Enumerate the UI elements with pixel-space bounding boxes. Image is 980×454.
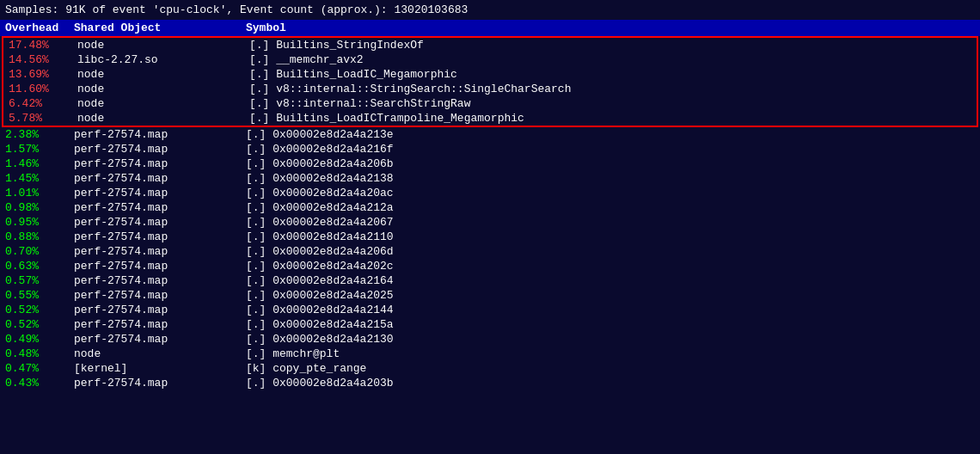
symbol-cell: [.] 0x00002e8d2a4a2130: [246, 333, 975, 346]
table-row[interactable]: 5.78% node [.] Builtins_LoadICTrampoline…: [3, 111, 977, 126]
symbol-cell: [.] 0x00002e8d2a4a203b: [246, 377, 975, 390]
overhead-cell: 0.49%: [5, 333, 74, 346]
table-row[interactable]: 0.98% perf-27574.map [.] 0x00002e8d2a4a2…: [0, 200, 980, 215]
symbol-cell: [.] 0x00002e8d2a4a212a: [246, 201, 975, 214]
shared-cell: perf-27574.map: [74, 172, 246, 185]
col-header-symbol: Symbol: [246, 21, 975, 34]
symbol-cell: [k] copy_pte_range: [246, 362, 975, 375]
symbol-cell: [.] __memchr_avx2: [249, 53, 971, 66]
shared-cell: perf-27574.map: [74, 289, 246, 302]
table-row[interactable]: 0.70% perf-27574.map [.] 0x00002e8d2a4a2…: [0, 244, 980, 259]
overhead-cell: 0.43%: [5, 377, 74, 390]
overhead-cell: 0.52%: [5, 304, 74, 316]
symbol-cell: [.] 0x00002e8d2a4a2144: [246, 304, 975, 316]
shared-cell: perf-27574.map: [74, 143, 246, 156]
shared-cell: node: [74, 347, 246, 360]
table-row[interactable]: 1.01% perf-27574.map [.] 0x00002e8d2a4a2…: [0, 186, 980, 200]
overhead-cell: 1.57%: [5, 143, 74, 156]
shared-cell: node: [77, 39, 249, 52]
symbol-cell: [.] 0x00002e8d2a4a206b: [246, 157, 975, 170]
shared-cell: perf-27574.map: [74, 230, 246, 243]
table-row[interactable]: 14.56% libc-2.27.so [.] __memchr_avx2: [3, 52, 977, 67]
table-row[interactable]: 0.63% perf-27574.map [.] 0x00002e8d2a4a2…: [0, 259, 980, 273]
table-row[interactable]: 0.48% node [.] memchr@plt: [0, 347, 980, 361]
table-row[interactable]: 0.52% perf-27574.map [.] 0x00002e8d2a4a2…: [0, 303, 980, 317]
symbol-cell: [.] 0x00002e8d2a4a2164: [246, 274, 975, 287]
table-row[interactable]: 1.45% perf-27574.map [.] 0x00002e8d2a4a2…: [0, 171, 980, 186]
symbol-cell: [.] memchr@plt: [246, 347, 975, 360]
shared-cell: libc-2.27.so: [77, 53, 249, 66]
shared-cell: [kernel]: [74, 362, 246, 375]
symbol-cell: [.] 0x00002e8d2a4a206d: [246, 245, 975, 258]
overhead-cell: 6.42%: [9, 97, 77, 110]
table-row[interactable]: 0.57% perf-27574.map [.] 0x00002e8d2a4a2…: [0, 273, 980, 288]
symbol-cell: [.] 0x00002e8d2a4a2138: [246, 172, 975, 185]
table-row[interactable]: 0.52% perf-27574.map [.] 0x00002e8d2a4a2…: [0, 317, 980, 332]
table-row[interactable]: 0.95% perf-27574.map [.] 0x00002e8d2a4a2…: [0, 215, 980, 230]
shared-cell: perf-27574.map: [74, 260, 246, 273]
table-row[interactable]: 1.46% perf-27574.map [.] 0x00002e8d2a4a2…: [0, 156, 980, 171]
symbol-cell: [.] 0x00002e8d2a4a2025: [246, 289, 975, 302]
overhead-cell: 1.46%: [5, 157, 74, 170]
symbol-cell: [.] v8::internal::SearchStringRaw: [249, 97, 971, 110]
header-bar: Samples: 91K of event 'cpu-clock', Event…: [0, 0, 980, 20]
shared-cell: perf-27574.map: [74, 216, 246, 229]
overhead-cell: 0.70%: [5, 245, 74, 258]
shared-cell: perf-27574.map: [74, 201, 246, 214]
table-row[interactable]: 0.55% perf-27574.map [.] 0x00002e8d2a4a2…: [0, 288, 980, 303]
symbol-cell: [.] 0x00002e8d2a4a202c: [246, 260, 975, 273]
symbol-cell: [.] 0x00002e8d2a4a20ac: [246, 187, 975, 199]
overhead-cell: 0.47%: [5, 362, 74, 375]
table-row[interactable]: 0.49% perf-27574.map [.] 0x00002e8d2a4a2…: [0, 332, 980, 347]
shared-cell: perf-27574.map: [74, 128, 246, 141]
shared-cell: perf-27574.map: [74, 157, 246, 170]
shared-cell: perf-27574.map: [74, 274, 246, 287]
header-text: Samples: 91K of event 'cpu-clock', Event…: [5, 3, 468, 16]
symbol-cell: [.] 0x00002e8d2a4a213e: [246, 128, 975, 141]
shared-cell: perf-27574.map: [74, 245, 246, 258]
normal-rows-section: 2.38% perf-27574.map [.] 0x00002e8d2a4a2…: [0, 127, 980, 390]
overhead-cell: 2.38%: [5, 128, 74, 141]
overhead-cell: 0.55%: [5, 289, 74, 302]
table-row[interactable]: 0.43% perf-27574.map [.] 0x00002e8d2a4a2…: [0, 376, 980, 390]
overhead-cell: 1.45%: [5, 172, 74, 185]
shared-cell: perf-27574.map: [74, 187, 246, 199]
symbol-cell: [.] 0x00002e8d2a4a216f: [246, 143, 975, 156]
symbol-cell: [.] 0x00002e8d2a4a2110: [246, 230, 975, 243]
shared-cell: node: [77, 68, 249, 81]
overhead-cell: 11.60%: [9, 83, 77, 95]
table-row[interactable]: 11.60% node [.] v8::internal::StringSear…: [3, 82, 977, 96]
shared-cell: node: [77, 83, 249, 95]
overhead-cell: 0.48%: [5, 347, 74, 360]
table-row[interactable]: 2.38% perf-27574.map [.] 0x00002e8d2a4a2…: [0, 127, 980, 142]
symbol-cell: [.] v8::internal::StringSearch::SingleCh…: [249, 83, 971, 95]
shared-cell: node: [77, 112, 249, 125]
col-header-overhead: Overhead: [5, 21, 74, 34]
table-row[interactable]: 0.47% [kernel] [k] copy_pte_range: [0, 361, 980, 376]
shared-cell: perf-27574.map: [74, 333, 246, 346]
table-row[interactable]: 6.42% node [.] v8::internal::SearchStrin…: [3, 96, 977, 111]
overhead-cell: 1.01%: [5, 187, 74, 199]
shared-cell: perf-27574.map: [74, 377, 246, 390]
table-row[interactable]: 17.48% node [.] Builtins_StringIndexOf: [3, 38, 977, 52]
shared-cell: node: [77, 97, 249, 110]
col-header-shared: Shared Object: [74, 21, 246, 34]
overhead-cell: 0.52%: [5, 318, 74, 331]
shared-cell: perf-27574.map: [74, 318, 246, 331]
overhead-cell: 0.98%: [5, 201, 74, 214]
symbol-cell: [.] 0x00002e8d2a4a215a: [246, 318, 975, 331]
table-row[interactable]: 1.57% perf-27574.map [.] 0x00002e8d2a4a2…: [0, 142, 980, 156]
overhead-cell: 17.48%: [9, 39, 77, 52]
symbol-cell: [.] Builtins_LoadICTrampoline_Megamorphi…: [249, 112, 971, 125]
highlight-box: 17.48% node [.] Builtins_StringIndexOf 1…: [2, 36, 978, 127]
table-row[interactable]: 13.69% node [.] Builtins_LoadIC_Megamorp…: [3, 67, 977, 82]
overhead-cell: 14.56%: [9, 53, 77, 66]
overhead-cell: 0.95%: [5, 216, 74, 229]
overhead-cell: 13.69%: [9, 68, 77, 81]
shared-cell: perf-27574.map: [74, 304, 246, 316]
table-row[interactable]: 0.88% perf-27574.map [.] 0x00002e8d2a4a2…: [0, 230, 980, 244]
overhead-cell: 0.57%: [5, 274, 74, 287]
symbol-cell: [.] 0x00002e8d2a4a2067: [246, 216, 975, 229]
overhead-cell: 0.63%: [5, 260, 74, 273]
symbol-cell: [.] Builtins_StringIndexOf: [249, 39, 971, 52]
